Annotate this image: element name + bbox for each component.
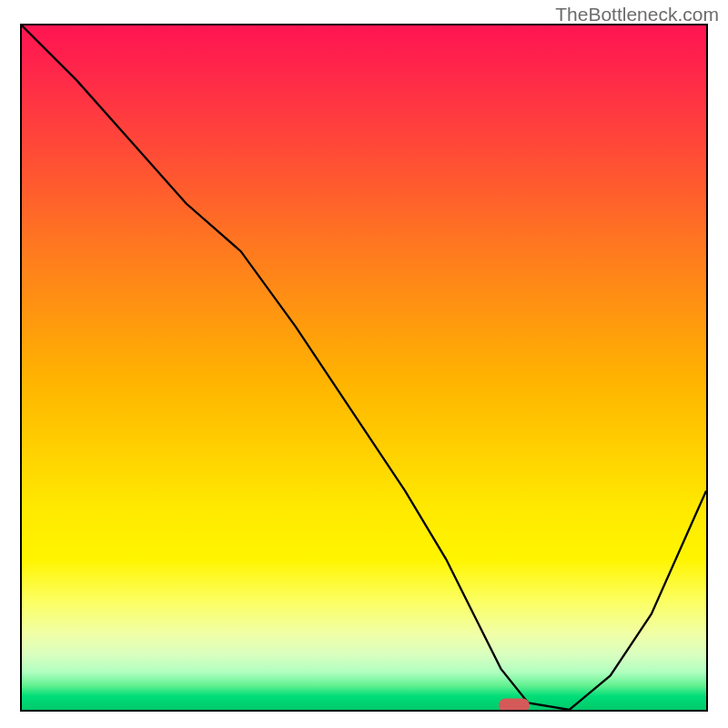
optimal-point-marker — [499, 699, 530, 712]
plot-frame — [20, 24, 708, 712]
watermark-label: TheBottleneck.com — [555, 4, 719, 25]
chart-container: TheBottleneck.com — [0, 0, 728, 728]
bottleneck-curve — [22, 25, 706, 710]
